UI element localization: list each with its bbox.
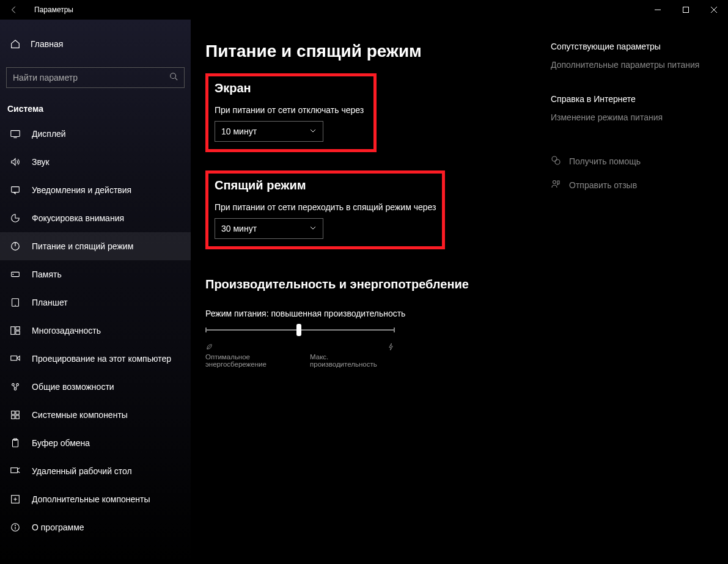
sidebar-item-display[interactable]: Дисплей <box>0 120 191 148</box>
slider-right-label <box>387 343 395 352</box>
sidebar-item-notifications[interactable]: Уведомления и действия <box>0 176 191 204</box>
notifications-icon <box>10 185 21 196</box>
help-link[interactable]: Изменение режима питания <box>551 112 710 122</box>
svg-rect-25 <box>16 416 19 419</box>
sidebar-item-label: Питание и спящий режим <box>32 241 133 251</box>
section-label: Система <box>0 97 191 120</box>
sleep-dropdown[interactable]: 30 минут <box>215 218 323 239</box>
sidebar: Главная Система Дисплей Звук Уведомления… <box>0 20 191 564</box>
sidebar-item-clipboard[interactable]: Буфер обмена <box>0 429 191 457</box>
sidebar-item-label: Буфер обмена <box>32 438 90 448</box>
sidebar-item-label: Общие возможности <box>32 382 114 392</box>
sidebar-item-label: Дисплей <box>32 129 66 139</box>
get-help-link[interactable]: Получить помощь <box>551 155 710 167</box>
home-icon <box>10 38 21 49</box>
tablet-icon <box>10 297 21 308</box>
sidebar-item-optional[interactable]: Дополнительные компоненты <box>0 485 191 513</box>
chevron-down-icon <box>309 126 317 136</box>
sidebar-item-multitasking[interactable]: Многозадачность <box>0 317 191 345</box>
slider-left-text: Оптимальное энергосбережение <box>205 353 310 368</box>
svg-point-36 <box>552 156 557 161</box>
sidebar-item-sound[interactable]: Звук <box>0 148 191 176</box>
sidebar-item-power[interactable]: Питание и спящий режим <box>0 232 191 260</box>
feedback-link[interactable]: Отправить отзыв <box>551 179 710 191</box>
svg-rect-28 <box>11 468 18 473</box>
screen-group-highlight: Экран При питании от сети отключать чере… <box>205 73 377 152</box>
sidebar-item-tablet[interactable]: Планшет <box>0 288 191 317</box>
sidebar-item-components[interactable]: Системные компоненты <box>0 401 191 429</box>
sidebar-item-label: Уведомления и действия <box>32 185 131 195</box>
sleep-group-highlight: Спящий режим При питании от сети переход… <box>205 170 445 249</box>
help-heading: Справка в Интернете <box>551 94 710 104</box>
page-title: Питание и спящий режим <box>205 42 539 61</box>
sidebar-item-shared[interactable]: Общие возможности <box>0 373 191 401</box>
power-icon <box>10 241 21 252</box>
svg-point-21 <box>14 388 17 390</box>
dropdown-value: 30 минут <box>221 224 257 233</box>
svg-rect-16 <box>16 327 20 330</box>
shared-icon <box>10 381 21 392</box>
svg-rect-6 <box>11 131 20 137</box>
sleep-label: При питании от сети переходить в спящий … <box>215 202 436 212</box>
svg-point-37 <box>555 159 560 164</box>
storage-icon <box>10 269 21 280</box>
back-button[interactable] <box>5 0 23 20</box>
close-button[interactable] <box>700 0 728 20</box>
svg-line-5 <box>175 78 178 81</box>
minimize-button[interactable] <box>644 0 672 20</box>
slider-left-label <box>205 343 213 352</box>
sidebar-item-label: Планшет <box>32 298 68 307</box>
sidebar-item-about[interactable]: О программе <box>0 513 191 541</box>
main-content: Питание и спящий режим Экран При питании… <box>191 20 728 564</box>
sidebar-item-label: Системные компоненты <box>32 410 128 420</box>
slider-thumb[interactable] <box>296 324 301 336</box>
sidebar-item-remote[interactable]: Удаленный рабочий стол <box>0 457 191 485</box>
power-mode-label: Режим питания: повышенная производительн… <box>205 309 539 318</box>
display-icon <box>10 128 21 139</box>
search-box[interactable] <box>6 67 185 88</box>
svg-point-4 <box>171 73 176 79</box>
dropdown-value: 10 минут <box>221 126 257 136</box>
window-title: Параметры <box>34 5 73 14</box>
sidebar-item-label: Память <box>32 269 62 279</box>
get-help-label: Получить помощь <box>569 156 641 166</box>
focus-icon <box>10 213 21 224</box>
svg-rect-26 <box>13 440 18 447</box>
performance-heading: Производительность и энергопотребление <box>205 277 539 291</box>
sound-icon <box>10 156 21 167</box>
home-nav[interactable]: Главная <box>0 32 191 56</box>
search-input[interactable] <box>13 73 169 82</box>
leaf-icon <box>205 343 213 352</box>
home-label: Главная <box>31 39 63 49</box>
related-heading: Сопутствующие параметры <box>551 42 710 51</box>
feedback-icon <box>551 179 561 191</box>
maximize-button[interactable] <box>672 0 700 20</box>
titlebar: Параметры <box>0 0 728 20</box>
svg-rect-24 <box>12 416 15 419</box>
power-mode-slider[interactable]: Оптимальное энергосбережение Макс. произ… <box>205 329 395 368</box>
svg-rect-22 <box>12 411 15 414</box>
svg-rect-1 <box>683 7 689 13</box>
svg-rect-23 <box>16 411 19 414</box>
screen-off-dropdown[interactable]: 10 минут <box>215 121 323 142</box>
sidebar-item-storage[interactable]: Память <box>0 260 191 288</box>
svg-rect-18 <box>11 356 17 361</box>
sidebar-item-label: Проецирование на этот компьютер <box>32 354 171 364</box>
sidebar-item-label: О программе <box>32 522 84 532</box>
svg-rect-17 <box>16 331 20 334</box>
sidebar-item-label: Удаленный рабочий стол <box>32 466 132 476</box>
screen-heading: Экран <box>215 81 367 95</box>
screen-off-label: При питании от сети отключать через <box>215 105 367 115</box>
about-icon <box>10 522 21 533</box>
feedback-label: Отправить отзыв <box>569 180 637 190</box>
advanced-power-link[interactable]: Дополнительные параметры питания <box>551 60 710 70</box>
sidebar-item-label: Дополнительные компоненты <box>32 494 150 504</box>
sidebar-item-project[interactable]: Проецирование на этот компьютер <box>0 345 191 373</box>
svg-point-38 <box>553 181 556 184</box>
slider-right-text: Макс. производительность <box>310 353 395 368</box>
bolt-icon <box>387 343 395 352</box>
sidebar-item-focus[interactable]: Фокусировка внимания <box>0 204 191 232</box>
svg-rect-15 <box>11 327 15 335</box>
svg-rect-8 <box>12 187 20 192</box>
svg-point-19 <box>12 384 15 386</box>
